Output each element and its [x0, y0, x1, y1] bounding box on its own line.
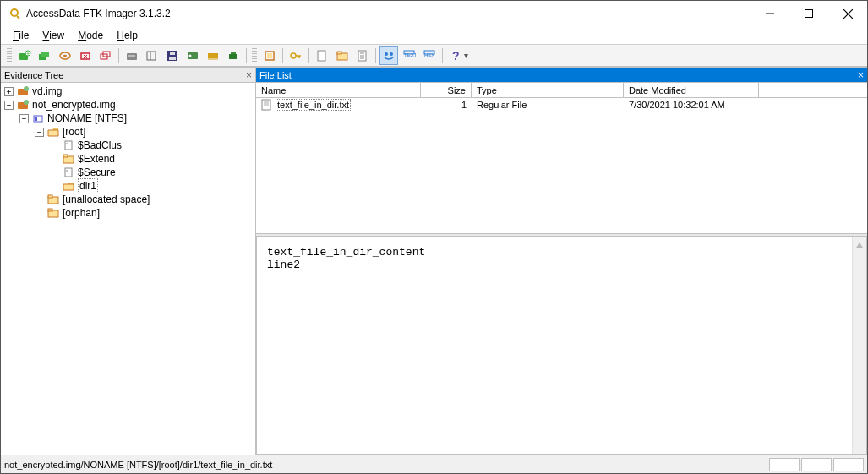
- svg-rect-34: [318, 51, 325, 61]
- maximize-button[interactable]: [789, 1, 828, 26]
- tree-label: [unallocated space]: [63, 193, 150, 206]
- tree-item-root[interactable]: − [root]: [3, 125, 254, 139]
- statusbar: not_encrypted.img/NONAME [NTFS]/[root]/d…: [1, 455, 867, 473]
- svg-rect-3: [805, 10, 813, 18]
- close-button[interactable]: [828, 1, 867, 26]
- menu-mode[interactable]: Mode: [71, 28, 110, 43]
- close-icon[interactable]: ×: [858, 69, 864, 81]
- file-row[interactable]: text_file_in_dir.txt 1 Regular File 7/30…: [256, 98, 867, 112]
- tree-label: [orphan]: [63, 206, 100, 220]
- file-size-cell: 1: [421, 100, 472, 110]
- toolbar-grip[interactable]: [7, 48, 12, 63]
- tree-item-dir1[interactable]: dir1: [3, 179, 254, 193]
- status-cell: [801, 458, 832, 471]
- toolbar: + TEXT HEX ? ▾: [1, 45, 867, 67]
- system-file-icon: [62, 139, 75, 152]
- scroll-up-icon[interactable]: [855, 241, 864, 249]
- toolbar-separator: [375, 48, 376, 63]
- text-mode-icon[interactable]: TEXT: [400, 46, 418, 65]
- create-image-icon[interactable]: [123, 46, 141, 65]
- sector-icon[interactable]: [183, 46, 202, 65]
- tree-item-noname[interactable]: − NONAME [NTFS]: [3, 112, 254, 125]
- svg-rect-20: [147, 52, 156, 60]
- auto-mode-icon[interactable]: [379, 46, 398, 65]
- collapse-icon[interactable]: −: [35, 128, 44, 137]
- tree-label: vd.img: [32, 84, 62, 98]
- column-size[interactable]: Size: [421, 83, 472, 97]
- tree-item-vdimg[interactable]: + vd.img: [3, 84, 254, 98]
- file-name-label: text_file_in_dir.txt: [276, 99, 351, 111]
- remove-all-icon[interactable]: [96, 46, 115, 65]
- evidence-tree-header: Evidence Tree ×: [1, 68, 255, 83]
- properties-icon[interactable]: [353, 46, 372, 65]
- detect-icon[interactable]: [260, 46, 279, 65]
- evidence-tree-title: Evidence Tree: [4, 70, 63, 80]
- toolbar-grip[interactable]: [252, 48, 257, 63]
- menu-help[interactable]: Help: [110, 28, 145, 43]
- key-icon[interactable]: [287, 46, 305, 65]
- svg-rect-22: [169, 57, 176, 60]
- menubar: File View Mode Help: [1, 26, 867, 45]
- svg-rect-54: [65, 141, 72, 150]
- add-evidence-item-icon[interactable]: +: [15, 46, 34, 65]
- scrollbar[interactable]: [852, 237, 866, 454]
- export-disk-icon[interactable]: [143, 46, 161, 65]
- help-icon[interactable]: ?: [446, 46, 465, 65]
- svg-rect-63: [48, 209, 52, 211]
- svg-rect-53: [35, 117, 37, 121]
- tree-item-unallocated[interactable]: [unallocated space]: [3, 193, 254, 206]
- status-cells: [767, 458, 864, 471]
- tree-item-extend[interactable]: $Extend: [3, 152, 254, 166]
- file-list[interactable]: Name Size Type Date Modified text_file_i…: [256, 83, 867, 233]
- toolbar-separator: [442, 48, 443, 63]
- remove-evidence-icon[interactable]: [76, 46, 95, 65]
- content-text[interactable]: text_file_in_dir_content line2: [257, 237, 852, 454]
- svg-point-31: [291, 53, 296, 58]
- menu-view[interactable]: View: [35, 28, 71, 43]
- content-viewer: text_file_in_dir_content line2: [256, 237, 867, 455]
- text-file-icon: [261, 99, 273, 111]
- window-title: AccessData FTK Imager 3.1.3.2: [26, 8, 751, 19]
- svg-rect-19: [128, 55, 135, 57]
- toolbar-separator: [308, 48, 309, 63]
- menu-file[interactable]: File: [6, 28, 35, 43]
- image-mount-icon[interactable]: [56, 46, 74, 65]
- tree-label: $Extend: [78, 152, 115, 166]
- new-file-icon[interactable]: [313, 46, 331, 65]
- column-datemodified[interactable]: Date Modified: [624, 83, 759, 97]
- tree-item-orphan[interactable]: [orphan]: [3, 206, 254, 220]
- minimize-button[interactable]: [751, 1, 789, 26]
- expand-icon[interactable]: +: [4, 87, 14, 96]
- memory-icon[interactable]: [204, 46, 222, 65]
- svg-rect-36: [337, 52, 341, 54]
- collapse-icon[interactable]: −: [4, 101, 14, 110]
- file-list-columns: Name Size Type Date Modified: [256, 83, 867, 98]
- file-name-cell: text_file_in_dir.txt: [256, 99, 421, 111]
- file-list-title: File List: [259, 70, 292, 80]
- svg-rect-23: [170, 52, 175, 55]
- add-all-icon[interactable]: [35, 46, 54, 65]
- right-pane: File List × Name Size Type Date Modified…: [256, 68, 867, 455]
- main-area: Evidence Tree × + vd.img − not_encrypted…: [1, 67, 867, 455]
- evidence-icon: [16, 84, 30, 98]
- svg-rect-61: [48, 195, 52, 198]
- column-type[interactable]: Type: [472, 83, 624, 97]
- tree-item-notencrypted[interactable]: − not_encrypted.img: [3, 98, 254, 112]
- svg-text:HEX: HEX: [424, 52, 434, 57]
- open-folder-icon[interactable]: [333, 46, 352, 65]
- close-icon[interactable]: ×: [246, 69, 252, 81]
- folder-open-icon: [46, 125, 60, 139]
- partition-icon: [31, 112, 45, 125]
- obtain-icon[interactable]: [224, 46, 243, 65]
- tree-item-badclus[interactable]: $BadClus: [3, 139, 254, 152]
- save-icon[interactable]: [163, 46, 182, 65]
- hex-mode-icon[interactable]: HEX: [420, 46, 439, 65]
- svg-point-12: [63, 54, 67, 57]
- column-name[interactable]: Name: [256, 83, 421, 97]
- svg-point-49: [24, 86, 29, 91]
- collapse-icon[interactable]: −: [19, 114, 29, 123]
- tree-item-secure[interactable]: $Secure: [3, 166, 254, 179]
- evidence-tree[interactable]: + vd.img − not_encrypted.img − NONAME [N…: [1, 83, 255, 455]
- svg-point-42: [390, 52, 393, 56]
- help-dropdown-icon[interactable]: ▾: [464, 51, 471, 60]
